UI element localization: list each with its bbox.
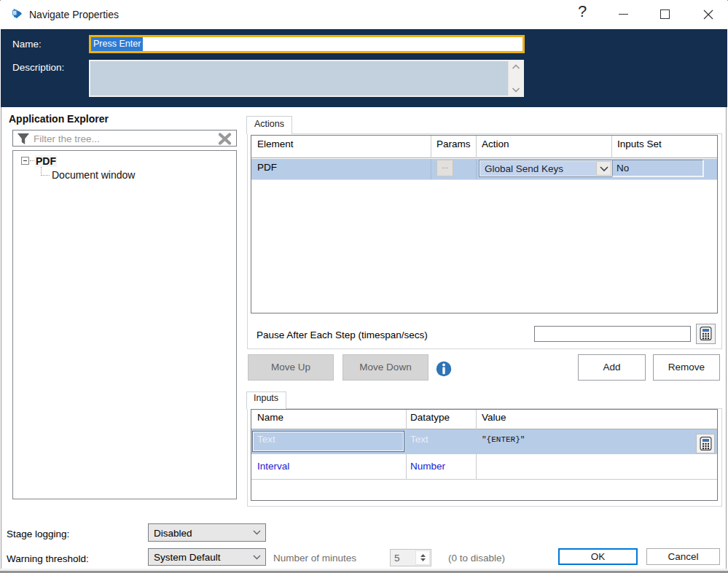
svg-text:B: B <box>13 10 17 15</box>
